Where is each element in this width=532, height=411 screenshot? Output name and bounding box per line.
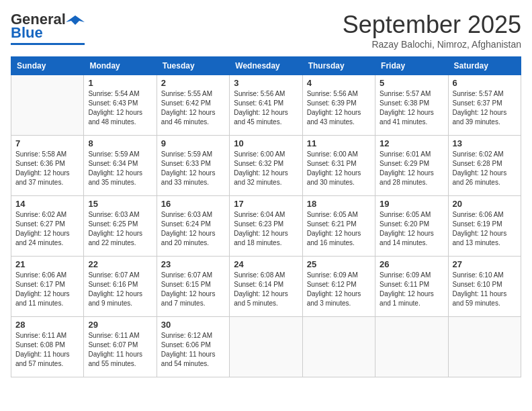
calendar-cell: 25Sunrise: 6:09 AMSunset: 6:12 PMDayligh… xyxy=(302,257,375,317)
calendar-cell xyxy=(448,317,521,377)
day-number: 23 xyxy=(161,259,225,269)
day-number: 1 xyxy=(88,78,152,88)
day-info: Sunrise: 6:10 AMSunset: 6:10 PMDaylight:… xyxy=(453,271,517,308)
calendar-cell: 14Sunrise: 6:02 AMSunset: 6:27 PMDayligh… xyxy=(11,196,84,257)
calendar-cell: 6Sunrise: 5:57 AMSunset: 6:37 PMDaylight… xyxy=(448,75,521,136)
day-info: Sunrise: 6:03 AMSunset: 6:24 PMDaylight:… xyxy=(161,210,225,248)
day-info: Sunrise: 6:06 AMSunset: 6:19 PMDaylight:… xyxy=(453,210,517,248)
day-info: Sunrise: 5:55 AMSunset: 6:42 PMDaylight:… xyxy=(161,89,225,127)
day-info: Sunrise: 6:02 AMSunset: 6:28 PMDaylight:… xyxy=(453,150,517,187)
day-info: Sunrise: 5:58 AMSunset: 6:36 PMDaylight:… xyxy=(15,150,79,187)
weekday-header-tuesday: Tuesday xyxy=(157,57,229,75)
calendar-cell: 17Sunrise: 6:04 AMSunset: 6:23 PMDayligh… xyxy=(230,196,302,257)
day-info: Sunrise: 6:06 AMSunset: 6:17 PMDaylight:… xyxy=(15,271,79,308)
day-number: 4 xyxy=(307,78,371,88)
calendar-cell: 3Sunrise: 5:56 AMSunset: 6:41 PMDaylight… xyxy=(230,75,302,136)
calendar-cell xyxy=(230,317,302,377)
calendar-cell: 7Sunrise: 5:58 AMSunset: 6:36 PMDaylight… xyxy=(11,136,84,196)
day-number: 27 xyxy=(453,259,517,269)
day-number: 25 xyxy=(307,259,371,269)
day-info: Sunrise: 6:00 AMSunset: 6:31 PMDaylight:… xyxy=(307,150,371,187)
day-info: Sunrise: 6:05 AMSunset: 6:21 PMDaylight:… xyxy=(307,210,371,248)
calendar-cell: 26Sunrise: 6:09 AMSunset: 6:11 PMDayligh… xyxy=(375,257,448,317)
day-info: Sunrise: 6:07 AMSunset: 6:15 PMDaylight:… xyxy=(161,271,225,308)
day-number: 3 xyxy=(234,78,298,88)
day-info: Sunrise: 6:02 AMSunset: 6:27 PMDaylight:… xyxy=(15,210,79,248)
calendar-cell: 28Sunrise: 6:11 AMSunset: 6:08 PMDayligh… xyxy=(11,317,84,377)
calendar-cell: 29Sunrise: 6:11 AMSunset: 6:07 PMDayligh… xyxy=(84,317,157,377)
day-info: Sunrise: 6:04 AMSunset: 6:23 PMDaylight:… xyxy=(234,210,298,248)
day-number: 8 xyxy=(88,138,152,148)
calendar-cell: 11Sunrise: 6:00 AMSunset: 6:31 PMDayligh… xyxy=(302,136,375,196)
calendar-cell: 1Sunrise: 5:54 AMSunset: 6:43 PMDaylight… xyxy=(84,75,157,136)
weekday-header-thursday: Thursday xyxy=(302,57,375,75)
calendar-cell: 22Sunrise: 6:07 AMSunset: 6:16 PMDayligh… xyxy=(84,257,157,317)
day-number: 30 xyxy=(161,320,225,330)
day-info: Sunrise: 6:07 AMSunset: 6:16 PMDaylight:… xyxy=(88,271,152,308)
calendar-cell: 4Sunrise: 5:56 AMSunset: 6:39 PMDaylight… xyxy=(302,75,375,136)
logo-underline xyxy=(11,43,85,45)
day-info: Sunrise: 6:01 AMSunset: 6:29 PMDaylight:… xyxy=(380,150,443,187)
calendar-cell xyxy=(375,317,448,377)
day-info: Sunrise: 6:11 AMSunset: 6:07 PMDaylight:… xyxy=(88,331,152,369)
logo-blue-text: Blue xyxy=(11,24,43,42)
day-info: Sunrise: 5:56 AMSunset: 6:41 PMDaylight:… xyxy=(234,89,298,127)
day-info: Sunrise: 6:03 AMSunset: 6:25 PMDaylight:… xyxy=(88,210,152,248)
calendar-table: SundayMondayTuesdayWednesdayThursdayFrid… xyxy=(11,56,521,377)
calendar-week-1: 1Sunrise: 5:54 AMSunset: 6:43 PMDaylight… xyxy=(11,75,521,136)
day-info: Sunrise: 5:54 AMSunset: 6:43 PMDaylight:… xyxy=(88,89,152,127)
day-info: Sunrise: 6:09 AMSunset: 6:12 PMDaylight:… xyxy=(307,271,371,308)
calendar-week-5: 28Sunrise: 6:11 AMSunset: 6:08 PMDayligh… xyxy=(11,317,521,377)
day-info: Sunrise: 6:00 AMSunset: 6:32 PMDaylight:… xyxy=(234,150,298,187)
title-block: September 2025 Razay Balochi, Nimroz, Af… xyxy=(343,11,521,50)
weekday-header-monday: Monday xyxy=(84,57,157,75)
day-number: 20 xyxy=(453,199,517,209)
calendar-cell: 27Sunrise: 6:10 AMSunset: 6:10 PMDayligh… xyxy=(448,257,521,317)
calendar-cell: 9Sunrise: 5:59 AMSunset: 6:33 PMDaylight… xyxy=(157,136,229,196)
day-info: Sunrise: 6:12 AMSunset: 6:06 PMDaylight:… xyxy=(161,331,225,369)
calendar-cell: 16Sunrise: 6:03 AMSunset: 6:24 PMDayligh… xyxy=(157,196,229,257)
day-number: 10 xyxy=(234,138,298,148)
calendar-cell: 13Sunrise: 6:02 AMSunset: 6:28 PMDayligh… xyxy=(448,136,521,196)
day-info: Sunrise: 6:05 AMSunset: 6:20 PMDaylight:… xyxy=(380,210,443,248)
calendar-cell: 23Sunrise: 6:07 AMSunset: 6:15 PMDayligh… xyxy=(157,257,229,317)
day-number: 22 xyxy=(88,259,152,269)
day-info: Sunrise: 5:56 AMSunset: 6:39 PMDaylight:… xyxy=(307,89,371,127)
day-number: 6 xyxy=(453,78,517,88)
weekday-header-wednesday: Wednesday xyxy=(230,57,302,75)
calendar-cell: 20Sunrise: 6:06 AMSunset: 6:19 PMDayligh… xyxy=(448,196,521,257)
day-info: Sunrise: 6:09 AMSunset: 6:11 PMDaylight:… xyxy=(380,271,443,308)
day-number: 21 xyxy=(15,259,79,269)
calendar-cell: 15Sunrise: 6:03 AMSunset: 6:25 PMDayligh… xyxy=(84,196,157,257)
calendar-cell: 24Sunrise: 6:08 AMSunset: 6:14 PMDayligh… xyxy=(230,257,302,317)
logo: General Blue xyxy=(11,11,85,45)
day-number: 12 xyxy=(380,138,443,148)
location-subtitle: Razay Balochi, Nimroz, Afghanistan xyxy=(343,39,521,50)
calendar-cell: 18Sunrise: 6:05 AMSunset: 6:21 PMDayligh… xyxy=(302,196,375,257)
day-number: 11 xyxy=(307,138,371,148)
day-number: 16 xyxy=(161,199,225,209)
calendar-cell: 30Sunrise: 6:12 AMSunset: 6:06 PMDayligh… xyxy=(157,317,229,377)
calendar-cell: 10Sunrise: 6:00 AMSunset: 6:32 PMDayligh… xyxy=(230,136,302,196)
calendar-cell: 19Sunrise: 6:05 AMSunset: 6:20 PMDayligh… xyxy=(375,196,448,257)
day-number: 14 xyxy=(15,199,79,209)
calendar-cell: 12Sunrise: 6:01 AMSunset: 6:29 PMDayligh… xyxy=(375,136,448,196)
calendar-cell xyxy=(302,317,375,377)
calendar-week-3: 14Sunrise: 6:02 AMSunset: 6:27 PMDayligh… xyxy=(11,196,521,257)
day-number: 5 xyxy=(380,78,443,88)
day-number: 19 xyxy=(380,199,443,209)
month-title: September 2025 xyxy=(343,11,521,39)
day-info: Sunrise: 5:59 AMSunset: 6:34 PMDaylight:… xyxy=(88,150,152,187)
calendar-cell: 21Sunrise: 6:06 AMSunset: 6:17 PMDayligh… xyxy=(11,257,84,317)
calendar-cell xyxy=(11,75,84,136)
day-number: 18 xyxy=(307,199,371,209)
logo-bird-icon xyxy=(66,14,85,26)
weekday-header-saturday: Saturday xyxy=(448,57,521,75)
page-header: General Blue September 2025 Razay Baloch… xyxy=(11,11,521,50)
weekday-header-sunday: Sunday xyxy=(11,57,84,75)
day-info: Sunrise: 5:59 AMSunset: 6:33 PMDaylight:… xyxy=(161,150,225,187)
calendar-week-4: 21Sunrise: 6:06 AMSunset: 6:17 PMDayligh… xyxy=(11,257,521,317)
calendar-header-row: SundayMondayTuesdayWednesdayThursdayFrid… xyxy=(11,57,521,75)
day-number: 15 xyxy=(88,199,152,209)
calendar-cell: 2Sunrise: 5:55 AMSunset: 6:42 PMDaylight… xyxy=(157,75,229,136)
